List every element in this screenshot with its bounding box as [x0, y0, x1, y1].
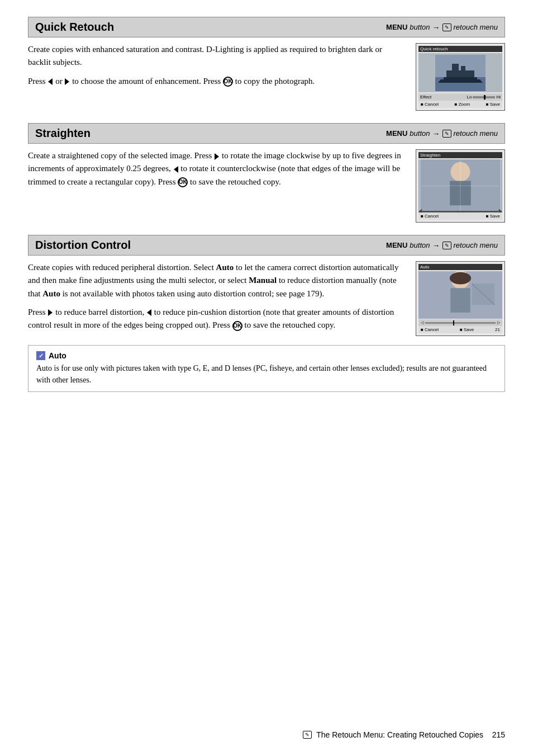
menu-button-label-3: button [410, 241, 430, 249]
quick-retouch-image: Quick retouch Effect [416, 43, 505, 111]
choose-enhancement-label: to choose the amount of enhancement. Pre… [72, 77, 221, 86]
effect-label: Effect [420, 94, 431, 100]
distortion-title: Distortion Control [35, 239, 131, 252]
slider-marker [484, 95, 486, 100]
distortion-header: Distortion Control MENU button → ✎ retou… [28, 235, 505, 256]
menu-arrow: → [432, 23, 440, 32]
distortion-illustration [418, 271, 502, 319]
svg-point-19 [450, 272, 471, 285]
retouch-menu-icon-3: ✎ [442, 242, 451, 249]
ok-button-icon: OK [223, 77, 233, 87]
quick-retouch-title: Quick Retouch [35, 21, 114, 34]
dist-slider-right: ▷ [497, 320, 500, 325]
dist-barrel-label: to reduce barrel distortion, [55, 308, 144, 316]
left-arrow-icon-3 [147, 309, 151, 316]
dist-body1-before: Create copies with reduced peripheral di… [28, 263, 214, 272]
quick-retouch-section: Quick Retouch MENU button → ✎ retouch me… [28, 17, 505, 111]
straighten-body1: Create a straightened copy of the select… [28, 151, 212, 160]
quick-retouch-header: Quick Retouch MENU button → ✎ retouch me… [28, 17, 505, 37]
svg-rect-5 [444, 77, 477, 79]
distortion-save: ■ Save [460, 327, 474, 332]
dist-manual-label: Manual [249, 276, 279, 285]
retouch-menu-text: retouch menu [454, 23, 498, 31]
distortion-menu: MENU button → ✎ retouch menu [386, 241, 498, 250]
right-arrow-icon-3 [48, 309, 53, 316]
straighten-body4: to save the retouched copy. [190, 177, 281, 186]
copy-label: to copy the photograph. [235, 77, 315, 86]
distortion-body: Create copies with reduced peripheral di… [28, 261, 505, 337]
screen-image [418, 53, 502, 92]
distortion-text: Create copies with reduced peripheral di… [28, 261, 407, 337]
straighten-screen: Straighten [416, 149, 505, 223]
distortion-screen-bottom: ■ Cancel ■ Save 21 [418, 326, 502, 333]
menu-label-3: MENU [386, 241, 407, 249]
svg-rect-2 [446, 70, 474, 78]
straighten-para: Create a straightened copy of the select… [28, 149, 407, 188]
straighten-illustration-container [418, 159, 502, 212]
dist-auto2-label: Auto [42, 289, 60, 298]
distortion-para2: Press to reduce barrel distortion, to re… [28, 306, 407, 332]
save-label: ■ Save [486, 102, 500, 107]
distortion-illustration-container [418, 271, 502, 319]
quick-retouch-screen: Quick retouch Effect [416, 43, 505, 111]
svg-rect-3 [452, 64, 459, 72]
dist-press-label: Press [28, 308, 46, 316]
page-number: 215 [492, 730, 505, 739]
straighten-illustration [418, 159, 502, 212]
straighten-header: Straighten MENU button → ✎ retouch menu [28, 123, 505, 144]
dist-save-label: to save the retouched copy. [245, 320, 336, 329]
quick-retouch-para1: Create copies with enhanced saturation a… [28, 43, 407, 69]
slider-hi: Hi [496, 94, 501, 100]
distortion-cancel: ■ Cancel [421, 327, 439, 332]
quick-retouch-para2: Press or to choose the amount of enhance… [28, 75, 407, 88]
quick-retouch-body: Create copies with enhanced saturation a… [28, 43, 505, 111]
distortion-image: Auto ◁ ▷ [416, 261, 505, 336]
note-body-text: Auto is for use only with pictures taken… [36, 362, 497, 386]
screen-illustration [435, 55, 486, 91]
straighten-screen-title: Straighten [418, 152, 502, 158]
note-check-icon: ✓ [36, 351, 45, 360]
straighten-text: Create a straightened copy of the select… [28, 149, 407, 194]
distortion-screen: Auto ◁ ▷ [416, 261, 505, 336]
menu-arrow-2: → [432, 129, 440, 138]
press-label: Press [28, 77, 46, 86]
footer-text: The Retouch Menu: Creating Retouched Cop… [316, 730, 505, 739]
distortion-num: 21 [495, 327, 500, 332]
slider-lo: Lo [467, 94, 472, 100]
retouch-menu-icon-2: ✎ [442, 130, 451, 138]
straighten-save: ■ Save [486, 214, 500, 219]
right-arrow-icon-2 [215, 153, 219, 160]
screen-title: Quick retouch [418, 46, 502, 52]
straighten-title: Straighten [35, 127, 91, 140]
ok-button-icon-2: OK [178, 177, 188, 187]
zoom-label: ■ Zoom [455, 102, 470, 107]
auto-note-box: ✓ Auto Auto is for use only with picture… [28, 345, 505, 392]
menu-button-label-2: button [410, 129, 430, 138]
or-label: or [55, 77, 63, 86]
svg-marker-6 [438, 79, 483, 83]
left-arrow-icon [48, 78, 53, 85]
straighten-menu: MENU button → ✎ retouch menu [386, 129, 498, 138]
footer: ✎ The Retouch Menu: Creating Retouched C… [303, 730, 505, 739]
straighten-body: Create a straightened copy of the select… [28, 149, 505, 223]
distortion-slider-bar [425, 322, 496, 324]
menu-label: MENU [386, 23, 407, 31]
quick-retouch-menu: MENU button → ✎ retouch menu [386, 23, 498, 32]
quick-retouch-text: Create copies with enhanced saturation a… [28, 43, 407, 93]
effect-row: Effect Lo Hi [418, 93, 502, 101]
menu-button-label: button [410, 23, 430, 31]
svg-rect-18 [450, 288, 470, 313]
retouch-menu-icon: ✎ [442, 23, 451, 31]
menu-label-2: MENU [386, 129, 407, 138]
left-arrow-icon-2 [174, 166, 178, 173]
effect-slider: Lo Hi [467, 94, 501, 100]
distortion-section: Distortion Control MENU button → ✎ retou… [28, 235, 505, 392]
dist-body1-end2: is not available with photos taken using… [63, 289, 325, 298]
dist-slider-left: ◁ [421, 320, 423, 325]
footer-menu-text: The Retouch Menu: Creating Retouched Cop… [316, 730, 483, 739]
retouch-menu-text-3: retouch menu [454, 241, 498, 249]
dist-auto-label: Auto [216, 263, 236, 272]
retouch-menu-text-2: retouch menu [454, 129, 498, 138]
straighten-screen-bottom: ■ Cancel ■ Save [418, 212, 502, 220]
straighten-image: Straighten [416, 149, 505, 223]
